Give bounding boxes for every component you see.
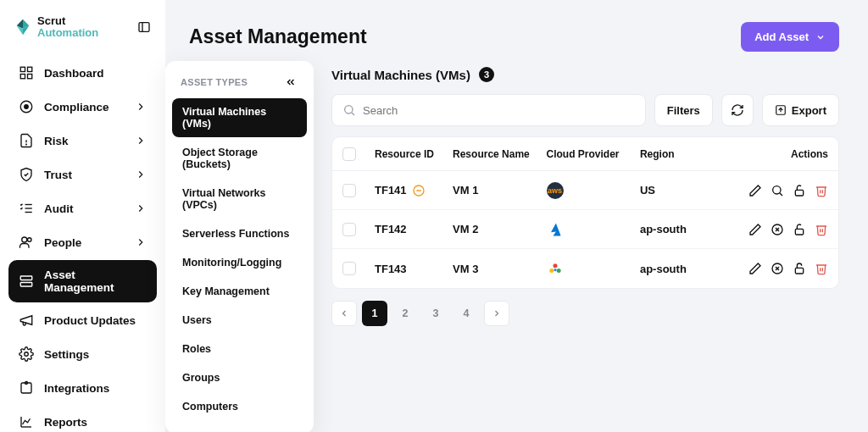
region: ap-south bbox=[640, 223, 718, 235]
svg-point-7 bbox=[25, 105, 29, 109]
close-action[interactable] bbox=[771, 262, 784, 275]
resource-id: TF143 bbox=[375, 263, 407, 275]
sidebar-item-label: Risk bbox=[44, 135, 69, 147]
collapse-types-button[interactable] bbox=[283, 75, 298, 90]
close-action[interactable] bbox=[771, 223, 784, 236]
region: ap-south bbox=[640, 263, 718, 275]
sidebar-item-integrations[interactable]: Integrations bbox=[8, 372, 157, 404]
sidebar-item-label: Compliance bbox=[44, 101, 109, 114]
type-item[interactable]: Serverless Functions bbox=[172, 220, 307, 247]
chevron-right-icon bbox=[135, 236, 147, 248]
chart-icon bbox=[19, 414, 34, 429]
filters-button[interactable]: Filters bbox=[654, 94, 713, 126]
sidebar-item-label: Integrations bbox=[44, 382, 109, 395]
asset-types-panel: ASSET TYPES Virtual Machines (VMs)Object… bbox=[165, 61, 314, 432]
th-resource-id: Resource ID bbox=[375, 148, 453, 160]
shield-check-icon bbox=[19, 167, 34, 182]
row-checkbox[interactable] bbox=[342, 223, 356, 236]
layout-list-icon bbox=[19, 274, 34, 289]
page-1[interactable]: 1 bbox=[362, 301, 387, 326]
sidebar-item-product-updates[interactable]: Product Updates bbox=[8, 304, 157, 336]
search-action[interactable] bbox=[771, 184, 784, 197]
lock-action[interactable] bbox=[793, 262, 806, 275]
svg-rect-41 bbox=[795, 268, 803, 274]
svg-rect-16 bbox=[20, 283, 32, 287]
page-3[interactable]: 3 bbox=[423, 301, 448, 326]
pagination: 1234 bbox=[331, 301, 839, 326]
type-item[interactable]: Monitoring/Logging bbox=[172, 249, 307, 276]
edit-action[interactable] bbox=[748, 262, 762, 275]
select-all-checkbox[interactable] bbox=[342, 147, 356, 161]
sidebar-item-compliance[interactable]: Compliance bbox=[8, 91, 157, 123]
circle-dot-icon bbox=[19, 99, 34, 114]
type-item[interactable]: Roles bbox=[172, 335, 307, 363]
sidebar-item-trust[interactable]: Trust bbox=[8, 158, 157, 191]
th-region: Region bbox=[640, 148, 718, 160]
export-button[interactable]: Export bbox=[762, 94, 839, 126]
region: US bbox=[640, 184, 718, 197]
type-item[interactable]: Key Management bbox=[172, 278, 307, 305]
svg-rect-5 bbox=[28, 75, 32, 79]
sidebar: ScrutAutomation DashboardComplianceRiskT… bbox=[0, 0, 165, 432]
sidebar-item-label: Audit bbox=[44, 202, 74, 215]
type-item[interactable]: Virtual Networks (VPCs) bbox=[172, 180, 307, 219]
logo[interactable]: ScrutAutomation bbox=[14, 15, 98, 38]
warning-icon bbox=[412, 184, 426, 197]
svg-point-13 bbox=[22, 237, 27, 242]
page-title: Asset Management bbox=[189, 25, 367, 48]
megaphone-icon bbox=[19, 313, 34, 328]
svg-point-27 bbox=[773, 186, 781, 193]
users-icon bbox=[19, 235, 34, 250]
sidebar-item-reports[interactable]: Reports bbox=[8, 406, 157, 432]
row-checkbox[interactable] bbox=[342, 184, 356, 197]
page-next[interactable] bbox=[484, 301, 509, 326]
svg-rect-3 bbox=[28, 68, 32, 72]
type-item[interactable]: Object Storage (Buckets) bbox=[172, 139, 307, 178]
search-input[interactable] bbox=[363, 104, 635, 117]
resource-name: VM 2 bbox=[453, 223, 546, 235]
sidebar-item-asset-management[interactable]: Asset Management bbox=[8, 260, 157, 302]
delete-action[interactable] bbox=[815, 262, 828, 275]
sidebar-item-dashboard[interactable]: Dashboard bbox=[8, 57, 157, 89]
sidebar-item-risk[interactable]: Risk bbox=[8, 125, 157, 157]
sidebar-item-label: Dashboard bbox=[44, 67, 104, 80]
logo-icon bbox=[14, 18, 32, 36]
svg-rect-15 bbox=[20, 276, 32, 280]
unlock-action[interactable] bbox=[793, 184, 806, 197]
resource-id: TF141 bbox=[375, 184, 407, 197]
sidebar-item-label: Settings bbox=[44, 348, 89, 361]
edit-action[interactable] bbox=[748, 184, 762, 197]
delete-action[interactable] bbox=[815, 184, 828, 197]
add-asset-button[interactable]: Add Asset bbox=[741, 22, 839, 52]
row-checkbox[interactable] bbox=[342, 262, 356, 275]
gcp-icon bbox=[547, 260, 564, 277]
file-alert-icon bbox=[19, 133, 34, 148]
sidebar-item-label: Trust bbox=[44, 169, 72, 181]
collapse-sidebar-button[interactable] bbox=[136, 19, 152, 35]
resource-name: VM 3 bbox=[453, 263, 546, 275]
edit-action[interactable] bbox=[748, 223, 762, 236]
svg-point-35 bbox=[549, 269, 554, 273]
delete-action[interactable] bbox=[815, 223, 828, 236]
sidebar-item-people[interactable]: People bbox=[8, 226, 157, 258]
svg-line-23 bbox=[352, 113, 354, 115]
page-prev[interactable] bbox=[331, 301, 357, 326]
page-4[interactable]: 4 bbox=[453, 301, 479, 326]
svg-point-36 bbox=[556, 269, 560, 273]
chevron-right-icon bbox=[135, 202, 147, 214]
unlock-action[interactable] bbox=[793, 223, 806, 236]
svg-rect-0 bbox=[139, 22, 149, 31]
type-item[interactable]: Computers bbox=[172, 393, 307, 420]
sidebar-item-audit[interactable]: Audit bbox=[8, 192, 157, 224]
sidebar-item-settings[interactable]: Settings bbox=[8, 338, 157, 370]
type-item[interactable]: Groups bbox=[172, 364, 307, 391]
search-box[interactable] bbox=[331, 94, 646, 126]
svg-rect-33 bbox=[795, 229, 803, 235]
type-item[interactable]: Virtual Machines (VMs) bbox=[172, 98, 307, 137]
chevron-down-icon bbox=[815, 32, 826, 42]
type-item[interactable]: Users bbox=[172, 307, 307, 334]
refresh-button[interactable] bbox=[721, 94, 754, 126]
page-2[interactable]: 2 bbox=[392, 301, 418, 326]
puzzle-icon bbox=[19, 380, 34, 396]
svg-point-9 bbox=[26, 144, 27, 145]
